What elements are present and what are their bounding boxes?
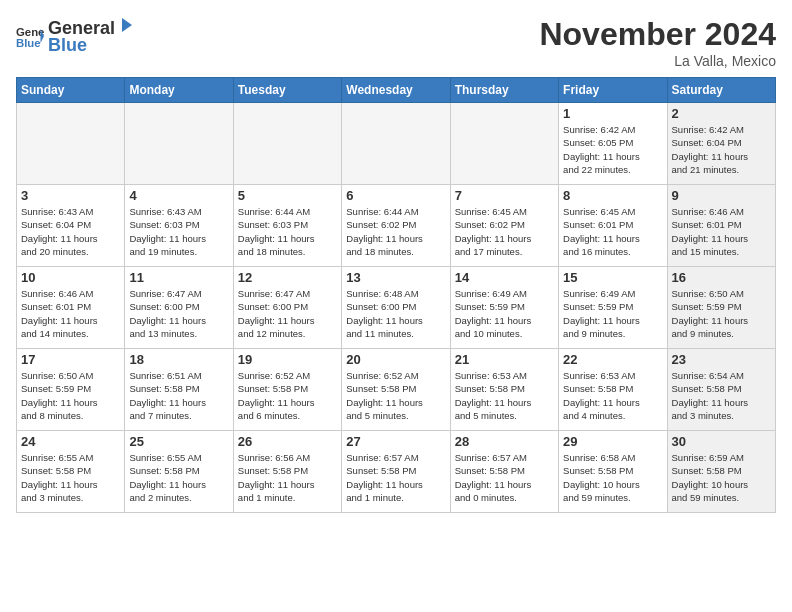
calendar-cell (342, 103, 450, 185)
day-info: Sunrise: 6:56 AM Sunset: 5:58 PM Dayligh… (238, 451, 337, 504)
calendar-cell: 1Sunrise: 6:42 AM Sunset: 6:05 PM Daylig… (559, 103, 667, 185)
weekday-header-sunday: Sunday (17, 78, 125, 103)
day-number: 25 (129, 434, 228, 449)
week-row-3: 10Sunrise: 6:46 AM Sunset: 6:01 PM Dayli… (17, 267, 776, 349)
day-number: 6 (346, 188, 445, 203)
week-row-2: 3Sunrise: 6:43 AM Sunset: 6:04 PM Daylig… (17, 185, 776, 267)
day-info: Sunrise: 6:53 AM Sunset: 5:58 PM Dayligh… (455, 369, 554, 422)
day-number: 16 (672, 270, 771, 285)
day-info: Sunrise: 6:44 AM Sunset: 6:03 PM Dayligh… (238, 205, 337, 258)
day-info: Sunrise: 6:50 AM Sunset: 5:59 PM Dayligh… (21, 369, 120, 422)
day-number: 15 (563, 270, 662, 285)
day-info: Sunrise: 6:42 AM Sunset: 6:05 PM Dayligh… (563, 123, 662, 176)
calendar-cell: 28Sunrise: 6:57 AM Sunset: 5:58 PM Dayli… (450, 431, 558, 513)
calendar-cell: 3Sunrise: 6:43 AM Sunset: 6:04 PM Daylig… (17, 185, 125, 267)
calendar-cell: 12Sunrise: 6:47 AM Sunset: 6:00 PM Dayli… (233, 267, 341, 349)
day-number: 24 (21, 434, 120, 449)
week-row-1: 1Sunrise: 6:42 AM Sunset: 6:05 PM Daylig… (17, 103, 776, 185)
calendar-cell: 16Sunrise: 6:50 AM Sunset: 5:59 PM Dayli… (667, 267, 775, 349)
day-number: 28 (455, 434, 554, 449)
calendar-cell: 27Sunrise: 6:57 AM Sunset: 5:58 PM Dayli… (342, 431, 450, 513)
calendar-cell: 21Sunrise: 6:53 AM Sunset: 5:58 PM Dayli… (450, 349, 558, 431)
svg-marker-3 (122, 18, 132, 32)
day-number: 13 (346, 270, 445, 285)
calendar-cell: 22Sunrise: 6:53 AM Sunset: 5:58 PM Dayli… (559, 349, 667, 431)
day-number: 7 (455, 188, 554, 203)
location-text: La Valla, Mexico (539, 53, 776, 69)
calendar-cell: 23Sunrise: 6:54 AM Sunset: 5:58 PM Dayli… (667, 349, 775, 431)
day-number: 3 (21, 188, 120, 203)
calendar-cell: 14Sunrise: 6:49 AM Sunset: 5:59 PM Dayli… (450, 267, 558, 349)
day-info: Sunrise: 6:45 AM Sunset: 6:02 PM Dayligh… (455, 205, 554, 258)
day-number: 8 (563, 188, 662, 203)
day-info: Sunrise: 6:55 AM Sunset: 5:58 PM Dayligh… (21, 451, 120, 504)
day-info: Sunrise: 6:47 AM Sunset: 6:00 PM Dayligh… (238, 287, 337, 340)
day-number: 1 (563, 106, 662, 121)
day-info: Sunrise: 6:58 AM Sunset: 5:58 PM Dayligh… (563, 451, 662, 504)
day-info: Sunrise: 6:53 AM Sunset: 5:58 PM Dayligh… (563, 369, 662, 422)
calendar-cell (125, 103, 233, 185)
day-number: 20 (346, 352, 445, 367)
weekday-header-thursday: Thursday (450, 78, 558, 103)
week-row-5: 24Sunrise: 6:55 AM Sunset: 5:58 PM Dayli… (17, 431, 776, 513)
logo-arrow-icon (116, 16, 134, 34)
day-info: Sunrise: 6:49 AM Sunset: 5:59 PM Dayligh… (455, 287, 554, 340)
calendar-cell: 24Sunrise: 6:55 AM Sunset: 5:58 PM Dayli… (17, 431, 125, 513)
calendar-cell: 30Sunrise: 6:59 AM Sunset: 5:58 PM Dayli… (667, 431, 775, 513)
day-info: Sunrise: 6:54 AM Sunset: 5:58 PM Dayligh… (672, 369, 771, 422)
day-number: 12 (238, 270, 337, 285)
day-number: 27 (346, 434, 445, 449)
day-info: Sunrise: 6:49 AM Sunset: 5:59 PM Dayligh… (563, 287, 662, 340)
day-number: 14 (455, 270, 554, 285)
month-title: November 2024 (539, 16, 776, 53)
logo: General Blue General Blue (16, 16, 135, 56)
calendar-cell (233, 103, 341, 185)
calendar-cell: 19Sunrise: 6:52 AM Sunset: 5:58 PM Dayli… (233, 349, 341, 431)
calendar-cell: 20Sunrise: 6:52 AM Sunset: 5:58 PM Dayli… (342, 349, 450, 431)
day-number: 2 (672, 106, 771, 121)
svg-text:Blue: Blue (16, 37, 41, 49)
day-number: 11 (129, 270, 228, 285)
calendar-cell: 26Sunrise: 6:56 AM Sunset: 5:58 PM Dayli… (233, 431, 341, 513)
calendar-cell: 8Sunrise: 6:45 AM Sunset: 6:01 PM Daylig… (559, 185, 667, 267)
day-info: Sunrise: 6:55 AM Sunset: 5:58 PM Dayligh… (129, 451, 228, 504)
day-number: 23 (672, 352, 771, 367)
calendar-cell: 25Sunrise: 6:55 AM Sunset: 5:58 PM Dayli… (125, 431, 233, 513)
day-number: 17 (21, 352, 120, 367)
day-info: Sunrise: 6:47 AM Sunset: 6:00 PM Dayligh… (129, 287, 228, 340)
calendar-cell: 15Sunrise: 6:49 AM Sunset: 5:59 PM Dayli… (559, 267, 667, 349)
day-number: 4 (129, 188, 228, 203)
weekday-header-wednesday: Wednesday (342, 78, 450, 103)
day-info: Sunrise: 6:42 AM Sunset: 6:04 PM Dayligh… (672, 123, 771, 176)
day-info: Sunrise: 6:43 AM Sunset: 6:03 PM Dayligh… (129, 205, 228, 258)
day-info: Sunrise: 6:50 AM Sunset: 5:59 PM Dayligh… (672, 287, 771, 340)
weekday-header-friday: Friday (559, 78, 667, 103)
day-info: Sunrise: 6:52 AM Sunset: 5:58 PM Dayligh… (346, 369, 445, 422)
day-info: Sunrise: 6:59 AM Sunset: 5:58 PM Dayligh… (672, 451, 771, 504)
page-header: General Blue General Blue November 2024 … (16, 16, 776, 69)
day-info: Sunrise: 6:57 AM Sunset: 5:58 PM Dayligh… (455, 451, 554, 504)
day-info: Sunrise: 6:44 AM Sunset: 6:02 PM Dayligh… (346, 205, 445, 258)
weekday-header-row: SundayMondayTuesdayWednesdayThursdayFrid… (17, 78, 776, 103)
day-info: Sunrise: 6:45 AM Sunset: 6:01 PM Dayligh… (563, 205, 662, 258)
day-number: 9 (672, 188, 771, 203)
calendar-cell: 7Sunrise: 6:45 AM Sunset: 6:02 PM Daylig… (450, 185, 558, 267)
logo-icon: General Blue (16, 22, 44, 50)
day-number: 21 (455, 352, 554, 367)
calendar-table: SundayMondayTuesdayWednesdayThursdayFrid… (16, 77, 776, 513)
calendar-cell (450, 103, 558, 185)
week-row-4: 17Sunrise: 6:50 AM Sunset: 5:59 PM Dayli… (17, 349, 776, 431)
day-number: 22 (563, 352, 662, 367)
day-number: 18 (129, 352, 228, 367)
weekday-header-monday: Monday (125, 78, 233, 103)
calendar-cell: 2Sunrise: 6:42 AM Sunset: 6:04 PM Daylig… (667, 103, 775, 185)
day-number: 5 (238, 188, 337, 203)
weekday-header-tuesday: Tuesday (233, 78, 341, 103)
title-block: November 2024 La Valla, Mexico (539, 16, 776, 69)
day-info: Sunrise: 6:57 AM Sunset: 5:58 PM Dayligh… (346, 451, 445, 504)
day-info: Sunrise: 6:43 AM Sunset: 6:04 PM Dayligh… (21, 205, 120, 258)
calendar-cell: 13Sunrise: 6:48 AM Sunset: 6:00 PM Dayli… (342, 267, 450, 349)
calendar-cell: 10Sunrise: 6:46 AM Sunset: 6:01 PM Dayli… (17, 267, 125, 349)
day-number: 29 (563, 434, 662, 449)
day-number: 26 (238, 434, 337, 449)
